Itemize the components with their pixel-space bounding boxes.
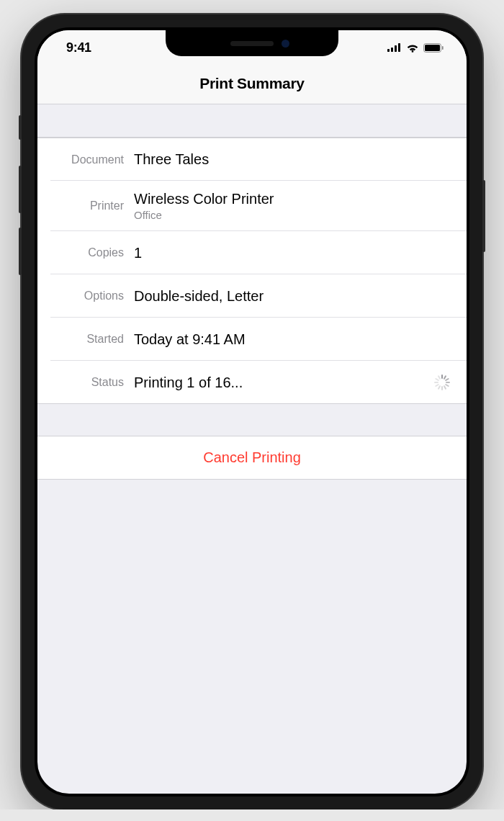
options-row: Options Double-sided, Letter xyxy=(37,274,467,318)
cellular-icon xyxy=(387,43,402,52)
screen: 9:41 Print Summary Document Three Tales … xyxy=(37,30,467,794)
battery-icon xyxy=(423,43,444,53)
volume-up-button xyxy=(19,166,22,213)
silence-switch xyxy=(19,115,22,140)
options-value: Double-sided, Letter xyxy=(134,288,454,305)
document-value: Three Tales xyxy=(134,151,454,168)
page-title: Print Summary xyxy=(37,75,467,92)
status-label: Status xyxy=(50,376,134,389)
volume-down-button xyxy=(19,228,22,275)
copies-row: Copies 1 xyxy=(37,231,467,274)
document-label: Document xyxy=(50,153,134,166)
svg-rect-3 xyxy=(398,43,400,52)
document-row: Document Three Tales xyxy=(37,138,467,181)
power-button xyxy=(482,180,485,252)
cancel-printing-button[interactable]: Cancel Printing xyxy=(37,436,467,480)
status-row: Status Printing 1 of 16... xyxy=(37,361,467,404)
copies-value: 1 xyxy=(134,245,454,261)
printer-row: Printer Wireless Color Printer Office xyxy=(37,181,467,231)
copies-label: Copies xyxy=(50,246,134,259)
spinner-icon xyxy=(433,374,449,390)
printer-location: Office xyxy=(134,209,454,221)
nav-bar: Print Summary xyxy=(37,65,467,104)
section-gap xyxy=(37,104,467,138)
options-label: Options xyxy=(50,290,134,302)
status-value: Printing 1 of 16... xyxy=(134,374,433,391)
wifi-icon xyxy=(406,43,419,53)
started-value: Today at 9:41 AM xyxy=(134,331,454,348)
svg-rect-1 xyxy=(391,48,393,52)
notch xyxy=(166,30,338,56)
svg-rect-2 xyxy=(395,45,397,52)
started-row: Started Today at 9:41 AM xyxy=(37,318,467,361)
printer-label: Printer xyxy=(50,199,134,212)
svg-rect-6 xyxy=(425,45,440,51)
status-icons xyxy=(387,43,444,53)
status-time: 9:41 xyxy=(66,40,91,55)
started-label: Started xyxy=(50,333,134,346)
svg-point-4 xyxy=(412,50,414,52)
svg-rect-0 xyxy=(387,49,390,52)
phone-frame: 9:41 Print Summary Document Three Tales … xyxy=(22,14,482,809)
svg-rect-7 xyxy=(442,46,444,50)
printer-value: Wireless Color Printer xyxy=(134,191,454,207)
